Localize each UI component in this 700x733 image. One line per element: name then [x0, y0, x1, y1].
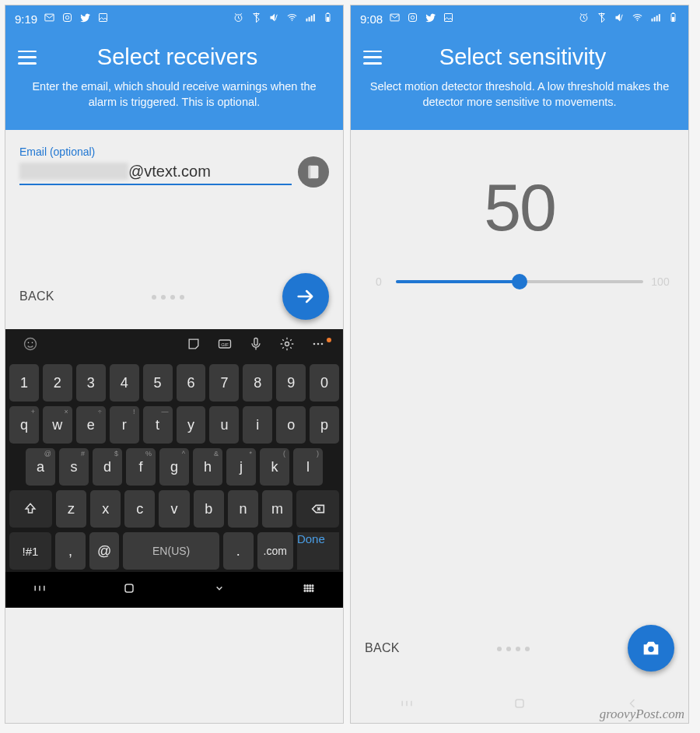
- nav-recents-icon[interactable]: [399, 696, 415, 714]
- key-c[interactable]: c: [124, 490, 155, 528]
- svg-rect-20: [254, 338, 257, 345]
- sensitivity-slider[interactable]: [396, 274, 643, 289]
- emoji-icon[interactable]: [15, 336, 46, 356]
- dotcom-key[interactable]: .com: [257, 532, 293, 570]
- key-0[interactable]: 0: [310, 364, 339, 402]
- key-k[interactable]: k(: [260, 448, 289, 486]
- key-l[interactable]: l): [293, 448, 323, 486]
- more-icon[interactable]: [303, 336, 334, 356]
- key-g[interactable]: g^: [159, 448, 189, 486]
- key-f[interactable]: f%: [126, 448, 156, 486]
- svg-point-27: [306, 585, 308, 587]
- key-z[interactable]: z: [56, 490, 86, 528]
- svg-point-5: [292, 19, 293, 21]
- email-label: Email (optional): [19, 146, 329, 158]
- slider-min-label: 0: [369, 275, 388, 288]
- space-key[interactable]: EN(US): [123, 532, 219, 570]
- key-1[interactable]: 1: [9, 364, 39, 402]
- mute-icon: [268, 12, 280, 26]
- svg-rect-7: [309, 17, 310, 22]
- back-button[interactable]: BACK: [365, 641, 400, 655]
- key-i[interactable]: i: [243, 406, 272, 444]
- comma-key[interactable]: ,: [55, 532, 86, 570]
- key-t[interactable]: t—: [143, 406, 173, 444]
- symbols-key[interactable]: !#1: [9, 532, 51, 570]
- key-e[interactable]: e÷: [76, 406, 106, 444]
- page-content: 50 0 100 BACK: [351, 130, 688, 687]
- gmail-icon: [44, 12, 55, 26]
- key-m[interactable]: m: [262, 490, 292, 528]
- key-v[interactable]: v: [159, 490, 189, 528]
- key-4[interactable]: 4: [110, 364, 139, 402]
- back-button[interactable]: BACK: [19, 289, 54, 303]
- svg-point-40: [411, 16, 415, 19]
- key-x[interactable]: x: [90, 490, 121, 528]
- key-5[interactable]: 5: [143, 364, 173, 402]
- key-j[interactable]: j*: [226, 448, 256, 486]
- gif-icon[interactable]: GIF: [209, 336, 240, 356]
- svg-point-26: [304, 585, 306, 587]
- key-7[interactable]: 7: [209, 364, 239, 402]
- key-b[interactable]: b: [194, 490, 224, 528]
- key-d[interactable]: d$: [93, 448, 122, 486]
- nav-home-icon[interactable]: [512, 696, 527, 714]
- nav-home-icon[interactable]: [121, 580, 137, 599]
- shift-key[interactable]: [9, 490, 52, 528]
- menu-icon[interactable]: [18, 51, 37, 65]
- contacts-button[interactable]: [298, 156, 329, 188]
- backspace-key[interactable]: [296, 490, 339, 528]
- svg-point-21: [285, 342, 289, 345]
- signal-icon: [649, 12, 661, 26]
- svg-point-35: [306, 591, 308, 592]
- key-h[interactable]: h&: [193, 448, 222, 486]
- svg-point-37: [312, 591, 313, 592]
- key-a[interactable]: a@: [26, 448, 55, 486]
- svg-point-31: [306, 587, 308, 589]
- key-o[interactable]: o: [276, 406, 306, 444]
- svg-rect-49: [672, 17, 674, 21]
- svg-rect-11: [327, 17, 329, 21]
- key-q[interactable]: q+: [9, 406, 39, 444]
- svg-rect-25: [125, 584, 133, 592]
- next-button[interactable]: [282, 273, 329, 320]
- page-subtitle: Enter the email, which should receive wa…: [18, 79, 331, 110]
- key-s[interactable]: s#: [59, 448, 89, 486]
- svg-point-51: [648, 646, 653, 651]
- phone-right: 9:08 Select sensitivity Select motion de…: [350, 5, 689, 724]
- key-y[interactable]: y: [177, 406, 206, 444]
- key-u[interactable]: u: [209, 406, 239, 444]
- at-key[interactable]: @: [89, 532, 120, 570]
- svg-point-22: [313, 342, 316, 345]
- done-key[interactable]: Done: [297, 532, 339, 570]
- key-3[interactable]: 3: [76, 364, 106, 402]
- signal-icon: [304, 12, 316, 26]
- key-r[interactable]: r!: [110, 406, 139, 444]
- pager-dots: [400, 644, 628, 653]
- key-2[interactable]: 2: [43, 364, 72, 402]
- menu-icon[interactable]: [363, 51, 382, 65]
- android-nav-bar: [5, 572, 343, 608]
- gear-icon[interactable]: [271, 336, 303, 356]
- nav-keyboard-icon[interactable]: [301, 580, 317, 599]
- mic-icon[interactable]: [240, 336, 271, 356]
- arrow-right-icon: [295, 286, 317, 307]
- battery-icon: [667, 12, 679, 26]
- nav-recents-icon[interactable]: [32, 580, 47, 599]
- slider-thumb[interactable]: [512, 274, 527, 289]
- soft-keyboard[interactable]: GIF 1234567890 q+w×e÷r!t—yuiop a@s#d$f%g…: [5, 329, 343, 572]
- svg-point-29: [312, 585, 313, 587]
- period-key[interactable]: .: [223, 532, 254, 570]
- key-8[interactable]: 8: [243, 364, 272, 402]
- key-p[interactable]: p: [310, 406, 339, 444]
- key-6[interactable]: 6: [177, 364, 206, 402]
- key-n[interactable]: n: [228, 490, 258, 528]
- key-w[interactable]: w×: [43, 406, 72, 444]
- contacts-icon: [305, 163, 322, 181]
- nav-back-icon[interactable]: [625, 696, 640, 714]
- sticker-icon[interactable]: [178, 336, 209, 356]
- nav-back-icon[interactable]: [212, 580, 227, 599]
- camera-button[interactable]: [628, 625, 674, 672]
- svg-point-30: [304, 587, 306, 589]
- sensitivity-value: 50: [365, 146, 674, 246]
- key-9[interactable]: 9: [276, 364, 306, 402]
